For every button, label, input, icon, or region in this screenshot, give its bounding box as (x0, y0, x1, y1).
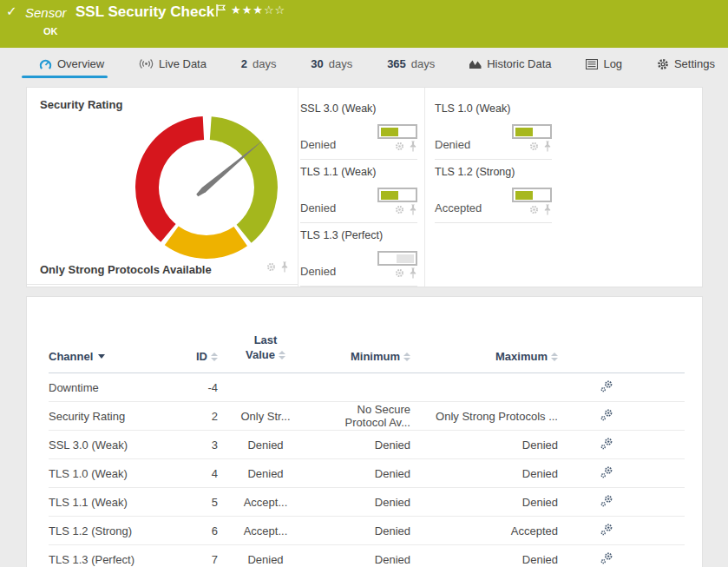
cell-id: 2 (192, 410, 218, 423)
tab-label: Live Data (159, 57, 207, 70)
gauge-title: Security Rating (40, 98, 122, 111)
mini-lookup-bar (377, 188, 417, 202)
priority-stars[interactable]: ★★★☆☆ (231, 3, 285, 16)
cell-minimum: Denied (313, 524, 410, 537)
protocol-tile: SSL 3.0 (Weak) Denied (300, 96, 417, 160)
pin-icon[interactable] (280, 261, 289, 275)
cell-channel: TLS 1.0 (Weak) (49, 467, 192, 480)
cell-minimum: Denied (313, 467, 410, 480)
status-check-icon: ✓ (6, 3, 17, 19)
mini-bar-block (397, 254, 414, 263)
sort-arrows-icon (551, 353, 558, 361)
sort-arrows-icon (211, 353, 218, 361)
channel-gear-icon[interactable] (266, 261, 276, 275)
edit-channel-gears-icon[interactable] (600, 494, 613, 508)
tab-unit: days (329, 57, 352, 70)
protocol-tile: TLS 1.1 (Weak) Denied (300, 160, 417, 223)
column-header-minimum[interactable]: Minimum (313, 350, 410, 363)
mini-lookup-bar (512, 124, 552, 139)
cell-minimum: Denied (313, 553, 410, 566)
tab-unit: days (411, 57, 435, 70)
gauge-segment-red (135, 116, 204, 242)
cell-last-value: Accept... (218, 496, 313, 509)
pin-icon[interactable] (409, 204, 417, 218)
edit-channel-gears-icon[interactable] (600, 465, 613, 479)
mini-lookup-bar (512, 188, 552, 202)
tab-log[interactable]: Log (586, 57, 622, 78)
cell-maximum: Denied (410, 496, 558, 509)
channel-name: TLS 1.0 (Weak) (435, 102, 510, 115)
channel-value: Denied (435, 138, 470, 151)
tab-365-days[interactable]: 365 days (387, 57, 435, 78)
overview-panel: Security Rating Only Strong Protocols Av… (26, 87, 703, 287)
gauge-value-label: Only Strong Protocols Available (40, 263, 212, 276)
table-row: TLS 1.3 (Perfect) 7 Denied Denied Denied (49, 545, 685, 567)
channel-table-panel: Channel ID Last Value Minimum Maximum Do… (26, 296, 703, 567)
log-list-icon (586, 59, 598, 69)
channel-value: Denied (300, 265, 336, 278)
tab-settings[interactable]: Settings (657, 57, 715, 78)
tab-number: 365 (387, 57, 406, 70)
tab-historic-data[interactable]: Historic Data (469, 57, 551, 78)
status-badge: OK (43, 26, 58, 36)
cell-channel: TLS 1.2 (Strong) (49, 524, 192, 537)
channel-gear-icon[interactable] (529, 204, 539, 218)
gauge-segment-yellow (165, 227, 247, 259)
tab-label: Historic Data (487, 57, 551, 70)
protocol-tile: TLS 1.2 (Strong) Accepted (435, 160, 552, 223)
cell-channel: Security Rating (49, 410, 192, 423)
object-kind-label: Sensor (25, 5, 67, 20)
security-rating-gauge-tile: Security Rating Only Strong Protocols Av… (27, 88, 298, 285)
channel-gear-icon[interactable] (395, 267, 404, 281)
table-row: SSL 3.0 (Weak) 3 Denied Denied Denied (49, 431, 685, 459)
channel-gear-icon[interactable] (395, 141, 404, 155)
edit-channel-gears-icon[interactable] (600, 551, 613, 565)
table-row: TLS 1.2 (Strong) 6 Accept... Denied Acce… (49, 517, 685, 545)
sort-arrows-icon (403, 353, 410, 361)
column-header-channel[interactable]: Channel (49, 350, 192, 363)
table-body: Downtime -4 Security Rating 2 Only Str..… (49, 373, 685, 567)
column-header-id[interactable]: ID (192, 350, 218, 363)
cell-id: -4 (192, 381, 218, 394)
channel-value: Accepted (435, 201, 482, 214)
mini-bar-block (381, 128, 398, 136)
tab-overview[interactable]: Overview (39, 57, 104, 78)
sort-arrows-icon (279, 351, 285, 359)
cell-minimum: No Secure Protocol Av... (313, 403, 410, 429)
gauge-segment-green (210, 116, 278, 243)
edit-channel-gears-icon[interactable] (600, 408, 613, 422)
tab-unit: days (253, 57, 276, 70)
cell-id: 5 (192, 496, 218, 509)
cell-id: 3 (192, 438, 218, 452)
cell-id: 6 (192, 524, 218, 537)
edit-channel-gears-icon[interactable] (600, 523, 613, 537)
channel-table: Channel ID Last Value Minimum Maximum Do… (49, 316, 685, 567)
column-header-maximum[interactable]: Maximum (410, 350, 558, 363)
pin-icon[interactable] (543, 204, 552, 218)
column-header-last-value[interactable]: Last Value (218, 333, 313, 363)
channel-gear-icon[interactable] (529, 141, 539, 155)
tab-2-days[interactable]: 2 days (241, 57, 277, 78)
area-chart-icon (469, 58, 482, 69)
prtg-sensor-page: ✓ Sensor SSL Security Check ★★★☆☆ OK Ove… (0, 0, 728, 567)
cell-minimum: Denied (313, 438, 410, 452)
sensor-title: SSL Security Check (75, 3, 214, 21)
cell-channel: Downtime (49, 381, 192, 394)
channel-name: TLS 1.1 (Weak) (300, 166, 376, 178)
priority-flag-icon[interactable] (216, 4, 226, 16)
cell-maximum: Denied (410, 467, 558, 480)
protocol-tile: TLS 1.0 (Weak) Denied (435, 96, 552, 160)
channel-gear-icon[interactable] (395, 204, 404, 218)
edit-channel-gears-icon[interactable] (600, 379, 613, 393)
tab-30-days[interactable]: 30 days (311, 57, 352, 78)
sensor-header: ✓ Sensor SSL Security Check ★★★☆☆ OK (0, 0, 728, 48)
pin-icon[interactable] (409, 267, 417, 281)
pin-icon[interactable] (409, 141, 417, 155)
tab-live-data[interactable]: Live Data (139, 57, 207, 78)
pin-icon[interactable] (543, 141, 552, 155)
tab-label: Settings (674, 57, 715, 70)
edit-channel-gears-icon[interactable] (600, 437, 613, 451)
protocol-tile: TLS 1.3 (Perfect) Denied (300, 223, 417, 287)
channel-name: SSL 3.0 (Weak) (300, 102, 377, 115)
channel-name: TLS 1.3 (Perfect) (300, 229, 383, 241)
